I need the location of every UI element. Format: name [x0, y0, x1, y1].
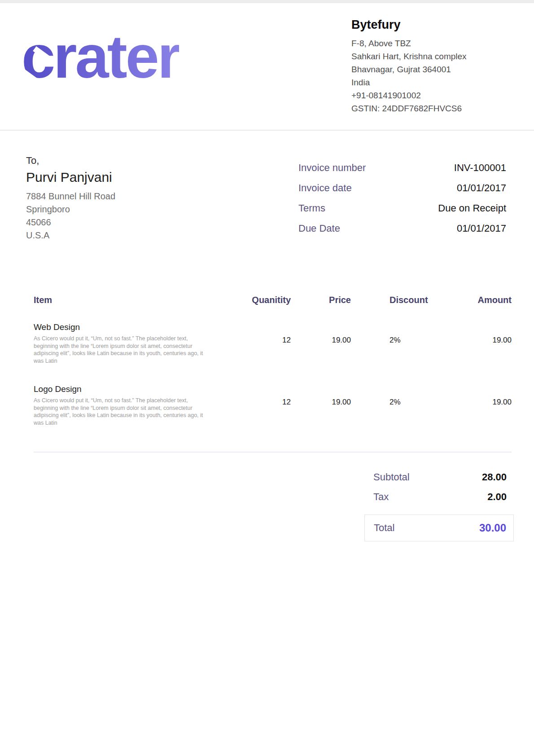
subtotal-label: Subtotal	[373, 470, 410, 484]
invoice-page: crater Bytefury F-8, Above TBZ Sahkari H…	[0, 0, 534, 756]
item-amount: 19.00	[446, 321, 512, 383]
total-label: Total	[374, 522, 394, 534]
invoice-number-label: Invoice number	[298, 161, 366, 175]
tax-value: 2.00	[487, 490, 507, 504]
invoice-date-value: 01/01/2017	[457, 181, 506, 195]
tax-row: Tax 2.00	[364, 490, 514, 504]
total-box: Total 30.00	[364, 514, 514, 541]
item-price: 19.00	[291, 383, 351, 445]
bill-to-block: To, Purvi Panjvani 7884 Bunnel Hill Road…	[26, 154, 115, 242]
customer-address-line: 7884 Bunnel Hill Road	[26, 190, 115, 203]
item-discount: 2%	[351, 383, 446, 445]
total-value: 30.00	[479, 522, 506, 534]
customer-address-line: 45066	[26, 216, 115, 229]
column-header-amount: Amount	[446, 295, 512, 321]
due-date-label: Due Date	[298, 222, 340, 235]
subtotal-row: Subtotal 28.00	[364, 470, 514, 484]
company-address-line: F-8, Above TBZ	[351, 37, 506, 50]
table-row: Web Design As Cicero would put it, “Um, …	[34, 321, 512, 383]
invoice-date-row: Invoice date 01/01/2017	[298, 181, 506, 195]
items-table: Item Quanitity Price Discount Amount Web…	[34, 295, 512, 445]
customer-address-line: U.S.A	[26, 229, 115, 242]
company-address-line: India	[351, 76, 506, 89]
item-discount: 2%	[351, 321, 446, 383]
crater-logo: crater	[22, 28, 179, 86]
invoice-number-value: INV-100001	[454, 161, 506, 175]
item-quantity: 12	[213, 321, 291, 383]
item-price: 19.00	[291, 321, 351, 383]
invoice-meta-block: Invoice number INV-100001 Invoice date 0…	[298, 161, 506, 242]
customer-address-line: Springboro	[26, 203, 115, 216]
terms-label: Terms	[298, 202, 325, 215]
subtotal-value: 28.00	[482, 470, 507, 484]
column-header-discount: Discount	[351, 295, 446, 321]
totals-block: Subtotal 28.00 Tax 2.00 Total 30.00	[364, 470, 514, 541]
invoice-date-label: Invoice date	[298, 181, 352, 195]
item-quantity: 12	[213, 383, 291, 445]
totals-divider	[34, 452, 512, 453]
company-address-line: Sahkari Hart, Krishna complex	[351, 50, 506, 63]
customer-name: Purvi Panjvani	[26, 168, 115, 186]
column-header-quantity: Quanitity	[213, 295, 291, 321]
terms-row: Terms Due on Receipt	[298, 202, 506, 215]
terms-value: Due on Receipt	[438, 202, 506, 215]
invoice-header: crater Bytefury F-8, Above TBZ Sahkari H…	[0, 3, 534, 131]
item-description: As Cicero would put it, “Um, not so fast…	[34, 335, 213, 365]
company-name: Bytefury	[351, 17, 506, 33]
tax-label: Tax	[373, 490, 389, 504]
billing-section: To, Purvi Panjvani 7884 Bunnel Hill Road…	[0, 154, 534, 242]
column-header-item: Item	[34, 295, 213, 321]
customer-address: 7884 Bunnel Hill Road Springboro 45066 U…	[26, 190, 115, 242]
item-amount: 19.00	[446, 383, 512, 445]
bill-to-label: To,	[26, 154, 115, 167]
logo-cut-icon	[179, 52, 196, 66]
item-name: Web Design	[34, 321, 213, 333]
company-address-line: Bhavnagar, Gujrat 364001	[351, 63, 506, 76]
invoice-number-row: Invoice number INV-100001	[298, 161, 506, 175]
items-table-header-row: Item Quanitity Price Discount Amount	[34, 295, 512, 321]
due-date-row: Due Date 01/01/2017	[298, 222, 506, 235]
item-description: As Cicero would put it, “Um, not so fast…	[34, 397, 213, 426]
due-date-value: 01/01/2017	[457, 222, 506, 235]
company-phone: +91-08141901002	[351, 89, 506, 102]
item-name: Logo Design	[34, 383, 213, 395]
company-block: Bytefury F-8, Above TBZ Sahkari Hart, Kr…	[351, 17, 506, 115]
table-row: Logo Design As Cicero would put it, “Um,…	[34, 383, 512, 445]
page-top-strip	[0, 0, 534, 3]
column-header-price: Price	[291, 295, 351, 321]
company-gstin: GSTIN: 24DDF7682FHVCS6	[351, 102, 506, 115]
